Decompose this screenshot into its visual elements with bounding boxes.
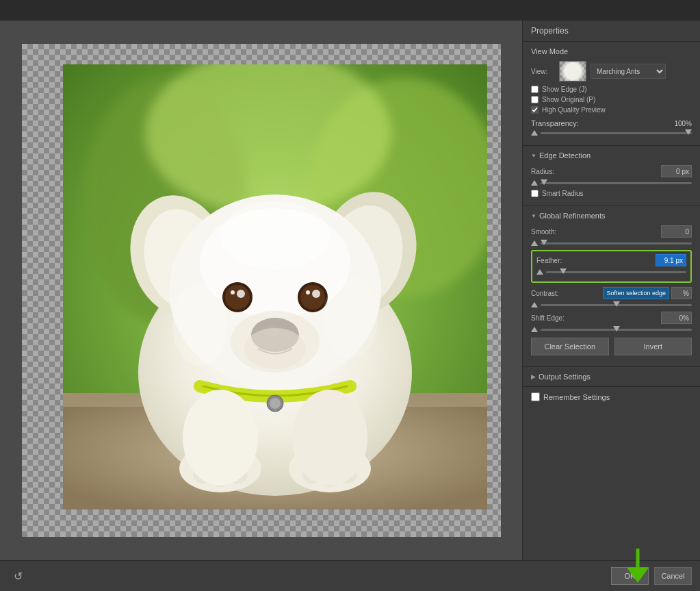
svg-point-16: [300, 285, 325, 310]
panel-title: Properties: [523, 21, 700, 42]
feather-slider[interactable]: [546, 271, 686, 273]
feather-section: Feather: 9.1 px: [531, 250, 692, 283]
feather-row: Feather: 9.1 px: [536, 254, 686, 266]
shift-edge-slider-row: [531, 327, 692, 332]
high-quality-checkbox[interactable]: [531, 106, 539, 114]
svg-point-19: [231, 290, 235, 294]
transparency-row: Transparency: 100%: [531, 119, 692, 127]
feather-slider-handle[interactable]: [536, 269, 543, 275]
svg-marker-41: [627, 568, 649, 583]
shift-edge-label: Shift Edge:: [531, 314, 572, 322]
svg-point-20: [306, 290, 310, 294]
green-arrow-indicator: [627, 549, 649, 584]
svg-point-38: [172, 284, 227, 366]
smooth-row: Smooth:: [531, 225, 692, 238]
bottom-bar: ↺ OK Cancel: [0, 560, 700, 591]
action-buttons-row: Clear Selection Invert: [531, 338, 692, 355]
show-edge-row: Show Edge (J): [531, 86, 692, 93]
smart-radius-label: Smart Radius: [542, 190, 584, 197]
svg-point-39: [323, 277, 378, 359]
show-edge-checkbox[interactable]: [531, 86, 539, 93]
cancel-button[interactable]: Cancel: [654, 567, 692, 585]
contrast-tooltip: Soften selection edge: [603, 287, 669, 299]
radius-input[interactable]: [661, 165, 692, 177]
transparency-value: 100%: [674, 120, 692, 127]
clear-selection-button[interactable]: Clear Selection: [531, 338, 609, 355]
contrast-pct: %: [683, 290, 689, 297]
remember-settings-checkbox[interactable]: [531, 392, 540, 401]
top-bar: [0, 0, 700, 21]
canvas-wrapper: [22, 44, 501, 537]
contrast-value: %: [671, 287, 692, 299]
radius-slider-handle[interactable]: [531, 180, 538, 186]
shift-edge-input[interactable]: [661, 312, 692, 324]
show-original-checkbox[interactable]: [531, 96, 539, 103]
global-refinements-arrow: ▼: [531, 213, 536, 219]
edge-detection-section: ▼ Edge Detection Radius: Smart Radius: [523, 146, 700, 206]
radius-slider[interactable]: [541, 182, 692, 184]
svg-point-35: [183, 390, 258, 486]
smooth-label: Smooth:: [531, 228, 572, 236]
contrast-tooltip-text: Soften selection edge: [606, 290, 666, 297]
svg-point-37: [220, 201, 330, 270]
radius-row: Radius:: [531, 165, 692, 177]
properties-panel: Properties View Mode View: Marching Ants…: [522, 21, 700, 560]
smooth-input[interactable]: [661, 225, 692, 238]
feather-slider-row: [536, 269, 686, 275]
feather-value[interactable]: 9.1 px: [656, 254, 686, 266]
remember-settings-label: Remember Settings: [543, 393, 610, 401]
shift-edge-row: Shift Edge:: [531, 312, 692, 324]
radius-label: Radius:: [531, 168, 572, 175]
transparency-slider[interactable]: [541, 132, 692, 134]
view-dropdown[interactable]: Marching Ants Overlay On Black On White: [591, 64, 666, 79]
view-mode-header: View Mode: [531, 47, 692, 55]
show-original-label: Show Original (P): [542, 96, 595, 103]
global-refinements-section: ▼ Global Refinements Smooth: Feather: 9.…: [523, 206, 700, 367]
smart-radius-checkbox[interactable]: [531, 190, 539, 197]
svg-point-24: [231, 311, 320, 373]
smooth-slider-row: [531, 240, 692, 246]
radius-slider-row: [531, 180, 692, 186]
feather-value-text: 9.1 px: [664, 257, 683, 264]
invert-button[interactable]: Invert: [614, 338, 692, 355]
svg-point-18: [312, 290, 320, 298]
canvas-area: [0, 21, 522, 560]
panel-title-text: Properties: [531, 26, 569, 36]
view-thumbnail[interactable]: [559, 61, 586, 81]
view-label: View:: [531, 68, 555, 75]
shift-edge-slider[interactable]: [541, 329, 692, 331]
output-settings-section[interactable]: ▶ Output Settings: [523, 367, 700, 387]
edge-detection-header[interactable]: ▼ Edge Detection: [531, 151, 692, 160]
contrast-slider-handle[interactable]: [531, 302, 538, 307]
svg-point-26: [270, 398, 281, 409]
remember-settings-row: Remember Settings: [523, 387, 700, 407]
global-refinements-header[interactable]: ▼ Global Refinements: [531, 212, 692, 220]
smart-radius-row: Smart Radius: [531, 190, 692, 197]
contrast-slider[interactable]: [541, 304, 692, 306]
global-refinements-label: Global Refinements: [539, 212, 606, 220]
reset-icon[interactable]: ↺: [8, 566, 27, 586]
contrast-row: Contrast: Soften selection edge %: [531, 287, 692, 299]
view-mode-label: View Mode: [531, 47, 568, 55]
contrast-label: Contrast:: [531, 290, 572, 297]
edge-detection-label: Edge Detection: [539, 151, 591, 160]
transparency-slider-row: [531, 130, 692, 136]
dog-image: [63, 64, 487, 510]
transparency-slider-handle[interactable]: [531, 130, 538, 136]
transparency-label: Transparency:: [531, 119, 579, 127]
view-row: View: Marching Ants Overlay On Black On …: [531, 61, 692, 81]
svg-point-36: [292, 390, 367, 486]
main-area: Properties View Mode View: Marching Ants…: [0, 21, 700, 560]
svg-point-17: [237, 290, 245, 298]
smooth-slider[interactable]: [541, 242, 692, 244]
high-quality-row: High Quality Preview: [531, 106, 692, 114]
shift-edge-slider-handle[interactable]: [531, 327, 538, 332]
feather-label: Feather:: [536, 257, 578, 264]
high-quality-label: High Quality Preview: [542, 106, 606, 114]
show-original-row: Show Original (P): [531, 96, 692, 103]
view-mode-section: View Mode View: Marching Ants Overlay On…: [523, 42, 700, 146]
smooth-slider-handle[interactable]: [531, 240, 538, 246]
output-settings-label: Output Settings: [539, 373, 591, 381]
show-edge-label: Show Edge (J): [542, 86, 587, 93]
svg-point-15: [225, 285, 250, 310]
